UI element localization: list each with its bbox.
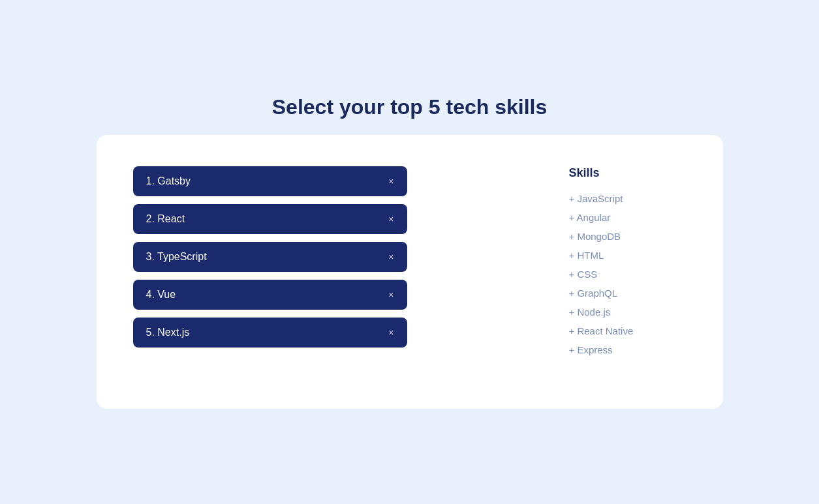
selected-skill-item[interactable]: 2. React× (133, 204, 407, 234)
available-skill-item[interactable]: + Node.js (569, 304, 687, 320)
skill-label: 5. Next.js (146, 327, 190, 338)
skill-label: 4. Vue (146, 289, 176, 301)
page-title: Select your top 5 tech skills (272, 95, 547, 119)
available-skill-item[interactable]: + Angular (569, 209, 687, 226)
selected-skill-item[interactable]: 5. Next.js× (133, 318, 407, 348)
skills-panel-title: Skills (569, 166, 687, 180)
selected-skills-list: 1. Gatsby×2. React×3. TypeScript×4. Vue×… (133, 166, 407, 348)
available-skill-item[interactable]: + CSS (569, 266, 687, 282)
skill-label: 3. TypeScript (146, 251, 207, 263)
selected-skill-item[interactable]: 3. TypeScript× (133, 242, 407, 272)
remove-skill-button[interactable]: × (388, 252, 394, 262)
remove-skill-button[interactable]: × (388, 176, 394, 186)
selected-skill-item[interactable]: 4. Vue× (133, 280, 407, 310)
remove-skill-button[interactable]: × (388, 214, 394, 224)
skill-label: 1. Gatsby (146, 175, 191, 187)
available-skill-item[interactable]: + Express (569, 342, 687, 358)
remove-skill-button[interactable]: × (388, 327, 394, 338)
available-skill-item[interactable]: + JavaScript (569, 190, 687, 207)
available-skill-item[interactable]: + HTML (569, 247, 687, 263)
skill-label: 2. React (146, 213, 185, 225)
main-card: 1. Gatsby×2. React×3. TypeScript×4. Vue×… (97, 135, 723, 409)
available-skill-item[interactable]: + React Native (569, 323, 687, 339)
skills-panel: Skills + JavaScript+ Angular+ MongoDB+ H… (569, 166, 687, 358)
available-skill-item[interactable]: + MongoDB (569, 228, 687, 245)
selected-skill-item[interactable]: 1. Gatsby× (133, 166, 407, 196)
remove-skill-button[interactable]: × (388, 289, 394, 300)
available-skill-item[interactable]: + GraphQL (569, 285, 687, 301)
